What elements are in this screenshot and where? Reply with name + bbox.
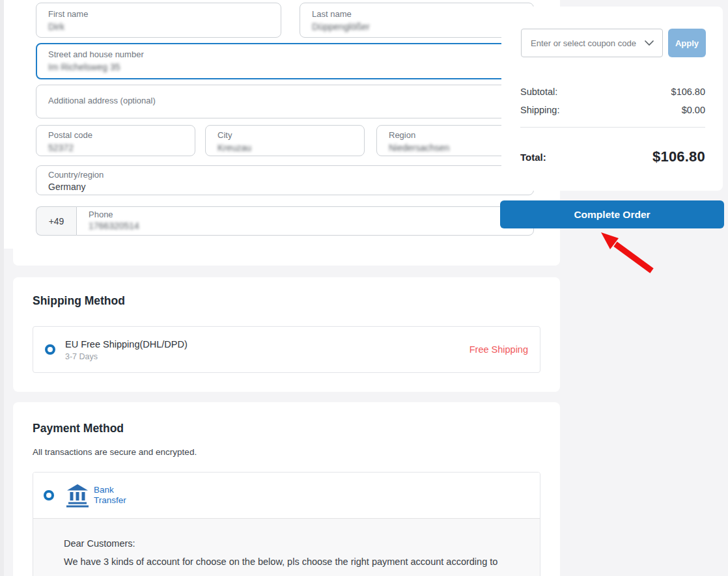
subtotal-value: $106.80	[671, 87, 705, 97]
last-name-value: Düppenglößer	[312, 21, 533, 33]
country-label: Country/region	[48, 169, 533, 180]
payment-note-panel: Dear Customers: We have 3 kinds of accou…	[33, 518, 540, 576]
phone-value: 1766320514	[89, 220, 533, 232]
shipping-option-price: Free Shipping	[469, 344, 528, 355]
first-name-value: Dirk	[48, 21, 281, 33]
subtotal-row: Subtotal: $106.80	[520, 87, 705, 97]
shipping-method-card: Shipping Method EU Free Shipping(DHL/DPD…	[13, 277, 560, 392]
payment-method-card: Payment Method All transactions are secu…	[13, 402, 560, 576]
phone-prefix-value: +49	[49, 216, 64, 226]
shipping-method-title: Shipping Method	[33, 294, 125, 308]
shipping-label: Shipping:	[520, 105, 559, 115]
shipping-option-duration: 3-7 Days	[65, 352, 469, 361]
checkout-page: First name Dirk Last name Düppenglößer S…	[0, 0, 728, 576]
shipping-row: Shipping: $0.00	[520, 105, 705, 115]
additional-address-label: Additional address (optional)	[48, 95, 533, 106]
country-value: Germany	[48, 181, 533, 193]
payment-option-bank-transfer: Bank Transfer Dear Customers: We have 3 …	[33, 472, 540, 576]
payment-option-name: Bank Transfer	[94, 485, 126, 506]
first-name-label: First name	[48, 8, 281, 20]
street-field[interactable]: Street and house number Im Richelsweg 35	[36, 43, 534, 79]
bank-icon	[66, 484, 89, 508]
country-field[interactable]: Country/region Germany	[36, 165, 534, 195]
street-label: Street and house number	[48, 49, 533, 60]
coupon-select[interactable]: Enter or select coupon code	[521, 29, 663, 57]
payment-note-line2: We have 3 kinds of account for choose on…	[64, 553, 527, 571]
total-label: Total:	[520, 152, 546, 163]
chevron-down-icon	[644, 40, 654, 46]
shipping-option-eu-free[interactable]: EU Free Shipping(DHL/DPD) 3-7 Days Free …	[33, 326, 540, 373]
phone-label: Phone	[89, 209, 533, 220]
last-name-field[interactable]: Last name Düppenglößer	[300, 3, 534, 38]
order-summary-card: Enter or select coupon code Apply Subtot…	[501, 7, 723, 191]
city-label: City	[217, 130, 364, 141]
shipping-option-texts: EU Free Shipping(DHL/DPD) 3-7 Days	[65, 338, 469, 361]
city-field[interactable]: City Kreuzau	[205, 125, 365, 156]
total-value: $106.80	[652, 148, 705, 165]
street-value: Im Richelsweg 35	[48, 61, 533, 74]
phone-field[interactable]: Phone 1766320514	[76, 206, 534, 236]
additional-address-field[interactable]: Additional address (optional)	[36, 85, 534, 118]
payment-option-name-line1: Bank	[94, 485, 126, 495]
postal-code-value: 52372	[48, 142, 195, 154]
shipping-value: $0.00	[682, 105, 705, 115]
postal-code-label: Postal code	[48, 130, 195, 141]
apply-coupon-button[interactable]: Apply	[668, 29, 706, 57]
phone-prefix-box[interactable]: +49	[36, 206, 76, 236]
payment-method-title: Payment Method	[33, 422, 124, 435]
first-name-field[interactable]: First name Dirk	[36, 3, 281, 38]
total-row: Total: $106.80	[520, 148, 705, 165]
complete-order-button[interactable]: Complete Order	[500, 200, 724, 228]
subtotal-label: Subtotal:	[520, 87, 557, 97]
payment-option-name-line2: Transfer	[94, 495, 126, 506]
coupon-placeholder: Enter or select coupon code	[531, 38, 644, 48]
payment-option-header[interactable]: Bank Transfer	[33, 473, 540, 518]
last-name-label: Last name	[312, 8, 533, 20]
city-value: Kreuzau	[217, 142, 364, 154]
billing-address-card: First name Dirk Last name Düppenglößer S…	[13, 0, 560, 266]
page-left-gutter	[4, 0, 13, 249]
payment-option-radio[interactable]	[44, 490, 54, 501]
shipping-option-name: EU Free Shipping(DHL/DPD)	[65, 338, 469, 350]
postal-code-field[interactable]: Postal code 52372	[36, 125, 195, 156]
summary-divider	[520, 127, 705, 128]
payment-note-line1: Dear Customers:	[64, 535, 527, 553]
shipping-option-radio[interactable]	[45, 344, 55, 355]
secure-note: All transactions are secure and encrypte…	[33, 447, 197, 457]
payment-note-line3: your country	[64, 571, 527, 576]
annotation-arrow	[585, 223, 664, 295]
